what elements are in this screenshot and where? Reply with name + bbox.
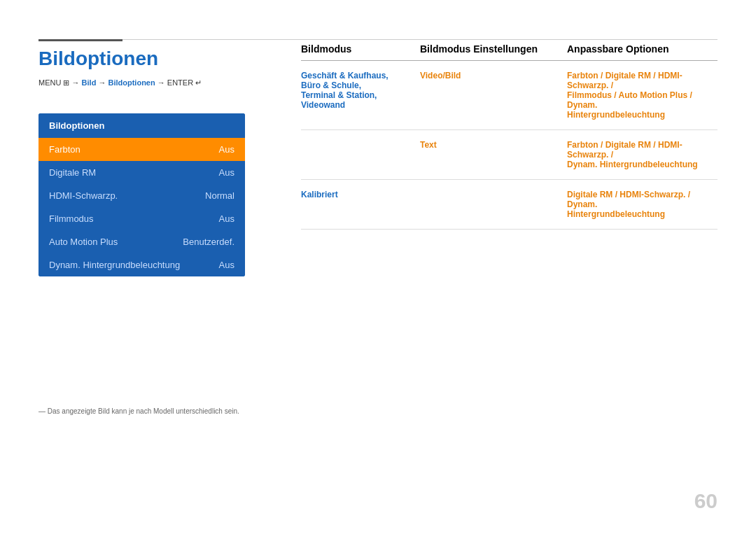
menu-item-digitale-rm-value: Aus: [219, 167, 234, 178]
menu-icon: ⊞: [63, 78, 71, 87]
col-header-bildmodus: Bildmodus: [301, 43, 420, 55]
table-row-2: Text Farbton / Digitale RM / HDMI-Schwar…: [301, 130, 718, 180]
menu-panel-header: Bildoptionen: [38, 113, 245, 138]
menu-item-farbton-label: Farbton: [49, 144, 80, 155]
row1-optionen: Farbton / Digitale RM / HDMI-Schwarzp. /…: [567, 71, 718, 120]
row1-bildmodus-line1: Geschäft & Kaufhaus,: [301, 71, 420, 80]
menu-item-hdmi-schwarzp[interactable]: HDMI-Schwarzp. Normal: [38, 184, 245, 207]
row1-bildmodus-line2: Büro & Schule,: [301, 80, 420, 90]
menu-item-dynam-hintergrund[interactable]: Dynam. Hintergrundbeleuchtung Aus: [38, 253, 245, 276]
menu-item-digitale-rm[interactable]: Digitale RM Aus: [38, 161, 245, 184]
menu-item-farbton[interactable]: Farbton Aus: [38, 138, 245, 161]
table-row-1: Geschäft & Kaufhaus, Büro & Schule, Term…: [301, 61, 718, 130]
menu-item-farbton-value: Aus: [219, 144, 234, 155]
menu-item-auto-motion-plus-value: Benutzerdef.: [183, 237, 234, 247]
footnote: ― Das angezeigte Bild kann je nach Model…: [38, 407, 239, 415]
bildoptionen-menu-panel: Bildoptionen Farbton Aus Digitale RM Aus…: [38, 113, 245, 276]
menu-bildoptionen: Bildoptionen: [108, 78, 155, 87]
menu-arrow1: →: [72, 78, 80, 87]
row2-optionen: Farbton / Digitale RM / HDMI-Schwarzp. /…: [567, 140, 718, 169]
menu-item-filmmodus-label: Filmmodus: [49, 213, 94, 224]
top-divider: [38, 39, 718, 40]
menu-item-hdmi-schwarzp-label: HDMI-Schwarzp.: [49, 190, 118, 201]
enter-icon: ↵: [195, 78, 202, 87]
row1-einstellungen: Video/Bild: [420, 71, 567, 80]
menu-path-menu: MENU: [38, 78, 61, 87]
row2-einstellungen: Text: [420, 140, 567, 150]
col-header-optionen: Anpassbare Optionen: [567, 43, 718, 55]
row1-bildmodus-line3: Terminal & Station, Videowand: [301, 90, 420, 110]
page-title-section: Bildoptionen MENU ⊞ → Bild → Bildoptione…: [38, 48, 202, 87]
row1-bildmodus: Geschäft & Kaufhaus, Büro & Schule, Term…: [301, 71, 420, 110]
table-row-3: Kalibriert Digitale RM / HDMI-Schwarzp. …: [301, 180, 718, 230]
title-accent-bar: [38, 39, 122, 41]
menu-item-filmmodus[interactable]: Filmmodus Aus: [38, 207, 245, 230]
menu-item-dynam-hintergrund-value: Aus: [219, 260, 234, 270]
page-title: Bildoptionen: [38, 48, 202, 70]
page-number: 60: [694, 489, 718, 513]
menu-item-auto-motion-plus[interactable]: Auto Motion Plus Benutzerdef.: [38, 230, 245, 253]
menu-arrow3: → ENTER: [158, 78, 193, 87]
menu-item-auto-motion-plus-label: Auto Motion Plus: [49, 237, 118, 247]
menu-item-hdmi-schwarzp-value: Normal: [205, 190, 234, 201]
menu-path: MENU ⊞ → Bild → Bildoptionen → ENTER ↵: [38, 78, 202, 87]
menu-item-digitale-rm-label: Digitale RM: [49, 167, 96, 178]
menu-item-filmmodus-value: Aus: [219, 213, 234, 224]
menu-bild: Bild: [82, 78, 97, 87]
col-header-einstellungen: Bildmodus Einstellungen: [420, 43, 567, 55]
row3-bildmodus: Kalibriert: [301, 190, 420, 199]
menu-arrow2: →: [98, 78, 106, 87]
row3-optionen: Digitale RM / HDMI-Schwarzp. / Dynam. Hi…: [567, 190, 718, 219]
content-table-area: Bildmodus Bildmodus Einstellungen Anpass…: [301, 43, 718, 230]
menu-item-dynam-hintergrund-label: Dynam. Hintergrundbeleuchtung: [49, 260, 180, 270]
table-header: Bildmodus Bildmodus Einstellungen Anpass…: [301, 43, 718, 61]
